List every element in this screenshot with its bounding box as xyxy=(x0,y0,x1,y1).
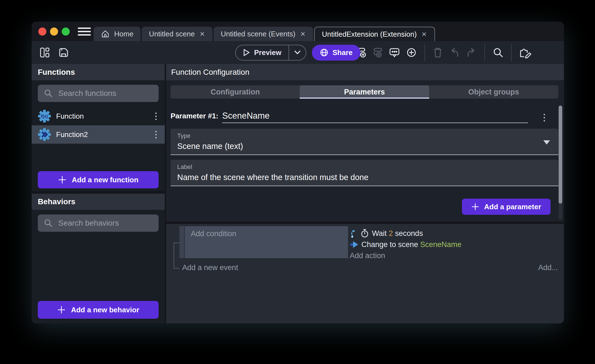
preview-button[interactable]: Preview xyxy=(236,48,289,57)
delete-icon[interactable] xyxy=(432,47,443,58)
events-sheet: Add condition xyxy=(166,224,564,323)
async-icon xyxy=(350,229,358,238)
screen: Home Untitled scene × Untitled scene (Ev… xyxy=(0,0,595,364)
tab-label: Home xyxy=(114,30,133,38)
scene-name-value: SceneName xyxy=(420,240,462,249)
scrollbar-thumb[interactable] xyxy=(559,106,562,204)
plus-icon xyxy=(57,306,66,314)
parameter-name-value: SceneName xyxy=(222,111,270,121)
close-tab-icon[interactable]: × xyxy=(300,30,306,38)
tab-untitled-scene-events[interactable]: Untitled scene (Events) × xyxy=(214,27,313,41)
parameter-kebab-menu-icon[interactable] xyxy=(541,114,548,121)
home-icon xyxy=(101,29,110,38)
kebab-menu-icon[interactable] xyxy=(152,113,159,120)
search-icon xyxy=(44,89,53,98)
save-icon[interactable] xyxy=(58,47,69,58)
search-functions-placeholder: Search functions xyxy=(58,89,116,98)
configuration-section: Configuration Parameters Object groups P… xyxy=(166,80,564,221)
tab-label: Untitled scene xyxy=(149,30,195,38)
search-behaviors-placeholder: Search behaviors xyxy=(58,219,119,228)
dropdown-caret-icon xyxy=(543,140,550,144)
type-select[interactable]: Type Scene name (text) xyxy=(171,129,558,155)
add-subevent-icon[interactable] xyxy=(372,47,383,58)
page-title: Function Configuration xyxy=(171,68,249,77)
event-block[interactable]: Add condition xyxy=(179,226,348,258)
preview-label: Preview xyxy=(254,48,281,57)
parameter-name-input[interactable]: SceneName xyxy=(222,111,528,123)
tab-untitled-extension[interactable]: UntitledExtension (Extension) × xyxy=(314,27,435,41)
add-behavior-button[interactable]: Add a new behavior xyxy=(38,301,159,319)
sidebar: Functions Search functions xyxy=(32,64,165,323)
tab-label: Untitled scene (Events) xyxy=(221,30,296,38)
preview-split-button: Preview xyxy=(235,45,306,61)
preview-options-button[interactable] xyxy=(289,50,306,55)
tab-untitled-scene[interactable]: Untitled scene × xyxy=(142,27,212,41)
titlebar: Home Untitled scene × Untitled scene (Ev… xyxy=(32,22,564,41)
app-window: Home Untitled scene × Untitled scene (Ev… xyxy=(32,22,564,323)
close-tab-icon[interactable]: × xyxy=(199,30,205,38)
main-menu-icon[interactable] xyxy=(78,22,91,41)
function-name: Function2 xyxy=(56,130,148,139)
add-new-event-link[interactable]: Add a new event xyxy=(182,263,238,272)
behaviors-panel-header: Behaviors xyxy=(32,194,165,210)
function-icon: f(x) xyxy=(38,109,51,123)
label-input[interactable]: Label Name of the scene where the transi… xyxy=(171,160,558,186)
kebab-menu-icon[interactable] xyxy=(152,131,159,138)
wait-action-row[interactable]: Wait 2 seconds xyxy=(350,228,461,239)
add-parameter-button[interactable]: Add a parameter xyxy=(462,199,551,215)
minimize-window-button[interactable] xyxy=(50,28,58,36)
add-behavior-label: Add a new behavior xyxy=(71,306,139,314)
event-bracket xyxy=(174,243,179,269)
undo-icon[interactable] xyxy=(449,47,460,58)
add-function-button[interactable]: Add a new function xyxy=(38,171,159,188)
add-action-link[interactable]: Add action xyxy=(350,250,461,261)
close-window-button[interactable] xyxy=(38,28,46,36)
share-button[interactable]: Share xyxy=(312,45,360,61)
edit-extension-icon[interactable] xyxy=(519,47,531,58)
tab-bar: Home Untitled scene × Untitled scene (Ev… xyxy=(94,27,435,41)
add-more-link[interactable]: Add... xyxy=(538,263,558,272)
toolbar: Preview Share xyxy=(32,41,564,64)
tab-label: UntitledExtension (Extension) xyxy=(322,30,417,39)
type-label: Type xyxy=(177,132,552,139)
add-comment-icon[interactable] xyxy=(389,47,400,58)
search-icon[interactable] xyxy=(492,47,504,58)
divider xyxy=(484,44,485,61)
configuration-tabs: Configuration Parameters Object groups xyxy=(171,85,558,99)
close-tab-icon[interactable]: × xyxy=(421,30,427,38)
event-drag-handle[interactable] xyxy=(179,226,184,258)
tab-home[interactable]: Home xyxy=(94,27,141,41)
parameter-label: Parameter #1: xyxy=(171,112,218,123)
open-projects-panel-icon[interactable] xyxy=(39,47,51,58)
add-element-icon[interactable] xyxy=(406,47,417,58)
parameter-row: Parameter #1: SceneName xyxy=(171,111,558,123)
window-body: Functions Search functions xyxy=(32,64,564,323)
change-scene-action-row[interactable]: Change to scene SceneName xyxy=(350,239,461,250)
wait-seconds-value: 2 xyxy=(389,229,393,238)
svg-text:f(x): f(x) xyxy=(41,114,48,119)
toolbar-left xyxy=(39,47,69,58)
search-behaviors-input[interactable]: Search behaviors xyxy=(38,215,159,232)
plus-icon xyxy=(471,203,479,211)
window-controls xyxy=(38,22,70,41)
function-configuration-header: Function Configuration xyxy=(166,64,564,80)
tab-parameters[interactable]: Parameters xyxy=(300,85,429,99)
function-list-item-selected[interactable]: Function2 xyxy=(32,125,165,144)
functions-list: f(x) Function xyxy=(32,107,165,144)
label-value: Name of the scene where the transition m… xyxy=(177,173,552,182)
toolbar-center: Preview Share xyxy=(235,45,361,61)
functions-title: Functions xyxy=(38,68,75,77)
add-function-label: Add a new function xyxy=(72,176,139,184)
redo-icon[interactable] xyxy=(466,47,477,58)
divider xyxy=(32,191,165,194)
change-scene-text: Change to scene SceneName xyxy=(361,240,461,249)
scrollbar-track[interactable] xyxy=(559,106,562,220)
search-functions-input[interactable]: Search functions xyxy=(38,85,159,102)
tab-configuration[interactable]: Configuration xyxy=(171,85,300,99)
function-list-item[interactable]: f(x) Function xyxy=(32,107,165,125)
divider xyxy=(166,221,564,224)
add-condition-link[interactable]: Add condition xyxy=(191,230,236,238)
conditions-panel[interactable]: Add condition xyxy=(185,226,348,258)
zoom-window-button[interactable] xyxy=(62,28,70,36)
tab-object-groups[interactable]: Object groups xyxy=(429,85,558,99)
